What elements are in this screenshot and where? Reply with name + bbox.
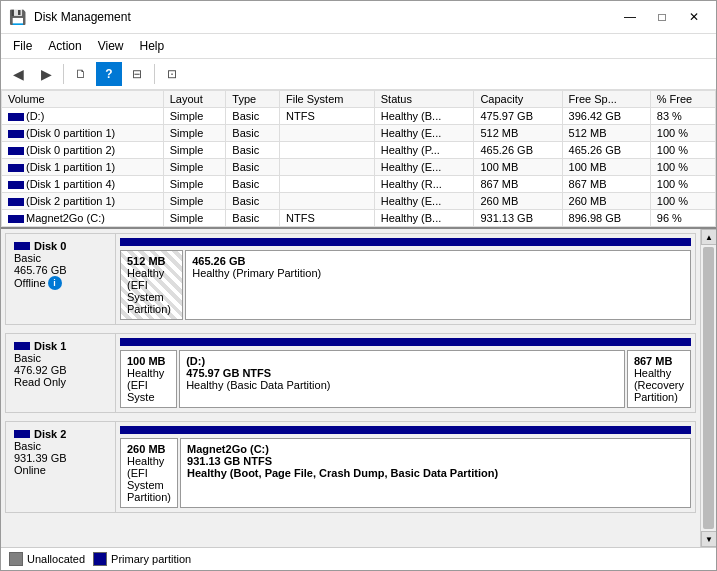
partition-2-0[interactable]: 260 MBHealthy (EFI System Partition) — [120, 438, 178, 508]
cell-pct: 96 % — [650, 210, 715, 227]
disk-partitions-0: 512 MBHealthy (EFI System Partition)465.… — [116, 234, 695, 324]
cell-type: Basic — [226, 108, 280, 125]
cell-capacity: 260 MB — [474, 193, 562, 210]
info-icon[interactable]: i — [48, 276, 62, 290]
cell-layout: Simple — [163, 125, 226, 142]
cell-type: Basic — [226, 193, 280, 210]
menu-file[interactable]: File — [5, 36, 40, 56]
volume-icon — [8, 198, 24, 206]
disk-status-0: Offline i — [14, 276, 107, 290]
menu-action[interactable]: Action — [40, 36, 89, 56]
help-button[interactable]: ? — [96, 62, 122, 86]
menu-view[interactable]: View — [90, 36, 132, 56]
disk-name-0: Disk 0 — [34, 240, 66, 252]
disk-size-2: 931.39 GB — [14, 452, 107, 464]
forward-button[interactable]: ▶ — [33, 62, 59, 86]
cell-free: 396.42 GB — [562, 108, 650, 125]
col-status[interactable]: Status — [374, 91, 474, 108]
col-pct[interactable]: % Free — [650, 91, 715, 108]
cell-type: Basic — [226, 159, 280, 176]
partition-label-2-0: Healthy (EFI System Partition) — [127, 455, 171, 503]
col-layout[interactable]: Layout — [163, 91, 226, 108]
disk-partitions-2: 260 MBHealthy (EFI System Partition)Magn… — [116, 422, 695, 512]
cell-volume: (Disk 1 partition 4) — [2, 176, 164, 193]
maximize-button[interactable]: □ — [648, 7, 676, 27]
volume-icon — [8, 215, 24, 223]
legend-primary: Primary partition — [93, 552, 191, 566]
partition-2-1[interactable]: Magnet2Go (C:)931.13 GB NTFSHealthy (Boo… — [180, 438, 691, 508]
col-volume[interactable]: Volume — [2, 91, 164, 108]
disk-icon-2 — [14, 430, 30, 438]
table-row[interactable]: Magnet2Go (C:) Simple Basic NTFS Healthy… — [2, 210, 716, 227]
disk-table: Volume Layout Type File System Status Ca… — [1, 90, 716, 227]
disk-visual-outer: Disk 0 Basic 465.76 GB Offline i 512 MBH… — [1, 229, 716, 547]
table-row[interactable]: (Disk 0 partition 1) Simple Basic Health… — [2, 125, 716, 142]
close-button[interactable]: ✕ — [680, 7, 708, 27]
settings-button[interactable]: ⊟ — [124, 62, 150, 86]
table-row[interactable]: (Disk 1 partition 1) Simple Basic Health… — [2, 159, 716, 176]
menu-help[interactable]: Help — [132, 36, 173, 56]
minimize-button[interactable]: — — [616, 7, 644, 27]
cell-filesystem — [280, 176, 375, 193]
properties-button[interactable]: 🗋 — [68, 62, 94, 86]
view-button[interactable]: ⊡ — [159, 62, 185, 86]
cell-pct: 100 % — [650, 142, 715, 159]
partition-size-1-0-0: 100 MB — [127, 355, 170, 367]
scrollbar[interactable]: ▲ ▼ — [700, 229, 716, 547]
partition-size-0-1-0: 465.26 GB — [192, 255, 684, 267]
disk-title-2: Disk 2 — [14, 428, 107, 440]
menu-bar: File Action View Help — [1, 34, 716, 59]
table-row[interactable]: (D:) Simple Basic NTFS Healthy (B... 475… — [2, 108, 716, 125]
cell-pct: 100 % — [650, 125, 715, 142]
partition-0-0[interactable]: 512 MBHealthy (EFI System Partition) — [120, 250, 183, 320]
disk-visual-section: Disk 0 Basic 465.76 GB Offline i 512 MBH… — [1, 229, 700, 547]
col-free[interactable]: Free Sp... — [562, 91, 650, 108]
col-filesystem[interactable]: File System — [280, 91, 375, 108]
disk-name-1: Disk 1 — [34, 340, 66, 352]
scroll-down-button[interactable]: ▼ — [701, 531, 716, 547]
partition-size-1-1-1: 475.97 GB NTFS — [186, 367, 618, 379]
col-type[interactable]: Type — [226, 91, 280, 108]
volume-icon — [8, 147, 24, 155]
back-button[interactable]: ◀ — [5, 62, 31, 86]
disk-label-2: Disk 2 Basic 931.39 GB Online — [6, 422, 116, 512]
volume-icon — [8, 164, 24, 172]
table-row[interactable]: (Disk 1 partition 4) Simple Basic Health… — [2, 176, 716, 193]
partition-1-2[interactable]: 867 MBHealthy (Recovery Partition) — [627, 350, 691, 408]
partition-1-0[interactable]: 100 MBHealthy (EFI Syste — [120, 350, 177, 408]
cell-free: 465.26 GB — [562, 142, 650, 159]
table-row[interactable]: (Disk 2 partition 1) Simple Basic Health… — [2, 193, 716, 210]
partition-0-1[interactable]: 465.26 GBHealthy (Primary Partition) — [185, 250, 691, 320]
title-bar-controls: — □ ✕ — [616, 7, 708, 27]
cell-status: Healthy (E... — [374, 193, 474, 210]
disk-title-0: Disk 0 — [14, 240, 107, 252]
table-row[interactable]: (Disk 0 partition 2) Simple Basic Health… — [2, 142, 716, 159]
content-area: Volume Layout Type File System Status Ca… — [1, 90, 716, 570]
cell-type: Basic — [226, 125, 280, 142]
cell-capacity: 931.13 GB — [474, 210, 562, 227]
partition-label-1-1: Healthy (Basic Data Partition) — [186, 379, 618, 391]
disk-status-1: Read Only — [14, 376, 107, 388]
cell-pct: 100 % — [650, 176, 715, 193]
legend-unallocated-box — [9, 552, 23, 566]
disk-size-0: 465.76 GB — [14, 264, 107, 276]
scrollbar-thumb[interactable] — [703, 247, 714, 529]
volume-icon — [8, 181, 24, 189]
disk-bar-1 — [120, 338, 691, 346]
cell-capacity: 512 MB — [474, 125, 562, 142]
legend-unallocated: Unallocated — [9, 552, 85, 566]
partition-1-1[interactable]: (D:)475.97 GB NTFSHealthy (Basic Data Pa… — [179, 350, 625, 408]
cell-free: 100 MB — [562, 159, 650, 176]
disk-table-section: Volume Layout Type File System Status Ca… — [1, 90, 716, 229]
cell-layout: Simple — [163, 142, 226, 159]
col-capacity[interactable]: Capacity — [474, 91, 562, 108]
scroll-up-button[interactable]: ▲ — [701, 229, 716, 245]
legend-primary-label: Primary partition — [111, 553, 191, 565]
disk-title-1: Disk 1 — [14, 340, 107, 352]
cell-type: Basic — [226, 210, 280, 227]
cell-free: 896.98 GB — [562, 210, 650, 227]
partition-label-1-0: Healthy (EFI Syste — [127, 367, 170, 403]
cell-layout: Simple — [163, 176, 226, 193]
cell-status: Healthy (B... — [374, 108, 474, 125]
cell-capacity: 465.26 GB — [474, 142, 562, 159]
